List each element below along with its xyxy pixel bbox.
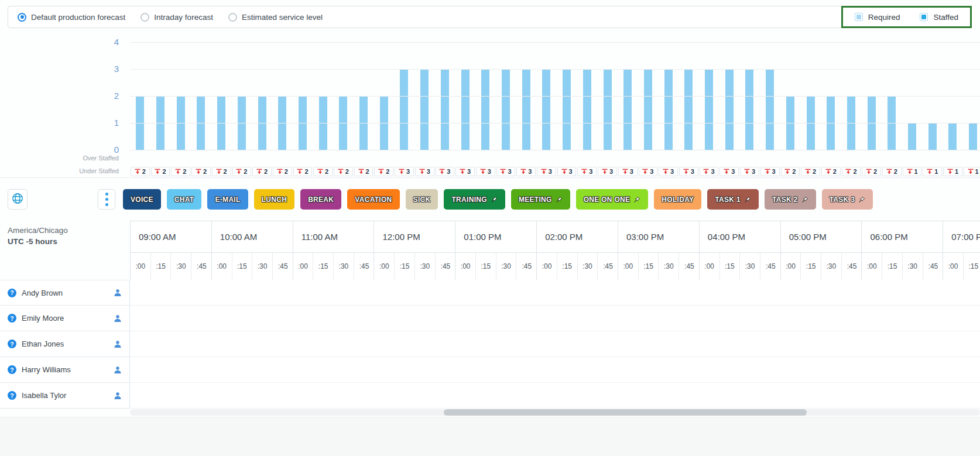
understaffed-count: 3 [447, 168, 450, 175]
quarter-row: :00:15:30:45 [212, 253, 293, 280]
understaffed-marker: 2 [862, 167, 881, 176]
quarter-label: :45 [436, 253, 456, 280]
agent-schedule-track[interactable] [130, 383, 980, 409]
bar-cell [293, 28, 313, 150]
understaffed-count: 3 [609, 168, 613, 175]
agent-cell: ?Harry Williams [0, 357, 130, 383]
activity-button-holiday[interactable]: HOLIDAY [654, 189, 701, 210]
help-icon[interactable]: ? [8, 314, 16, 323]
quarter-label: :45 [760, 253, 781, 280]
help-icon[interactable]: ? [8, 365, 16, 374]
quarter-label: :00 [293, 253, 314, 280]
understaffed-icon [927, 169, 933, 174]
quarter-label: :30 [171, 253, 191, 280]
agent-schedule-track[interactable] [130, 280, 980, 306]
bar-cell [435, 28, 455, 150]
legend-checkbox-required[interactable] [855, 13, 863, 21]
understaffed-icon [541, 169, 547, 174]
gridline [130, 123, 980, 124]
pin-icon [556, 196, 563, 203]
forecast-radio-group: Default production forecastIntraday fore… [8, 13, 323, 22]
horizontal-scrollbar[interactable] [130, 409, 980, 416]
hour-label: 04:00 PM [700, 221, 780, 253]
forecast-radio-estimated-service-level[interactable]: Estimated service level [228, 13, 323, 22]
bar-cell [699, 28, 719, 150]
bar-cell [272, 28, 293, 150]
required-bar [400, 69, 408, 150]
quarter-label: :00 [700, 253, 720, 280]
activity-button-task-1[interactable]: TASK 1 [707, 189, 759, 210]
understaffed-icon [317, 169, 323, 174]
bar-cell [232, 28, 252, 150]
quarter-label: :00 [781, 253, 801, 280]
quarter-label: :15 [151, 253, 172, 280]
agent-schedule-track[interactable] [130, 306, 980, 331]
quarter-label: :30 [496, 253, 517, 280]
bar-cell [679, 28, 699, 150]
activity-button-training[interactable]: TRAINING [444, 189, 505, 210]
understaffed-icon [642, 169, 648, 174]
scrollbar-thumb[interactable] [444, 409, 807, 416]
understaffed-cell: 1 [902, 167, 923, 177]
activity-label: TASK 1 [715, 196, 741, 204]
agent-rows: ?Andy Brown?Emily Moore?Ethan Jones?Harr… [0, 280, 980, 409]
understaffed-marker: 2 [252, 167, 272, 176]
pin-icon [491, 196, 498, 203]
understaffed-row-label: Under Staffed [0, 167, 119, 174]
understaffed-marker: 3 [537, 167, 556, 176]
quarter-row: :00:15:30:45 [700, 253, 780, 280]
understaffed-icon [277, 169, 283, 174]
understaffed-marker: 2 [842, 167, 861, 176]
help-icon[interactable]: ? [8, 340, 16, 348]
understaffed-marker: 3 [760, 167, 780, 176]
help-icon[interactable]: ? [8, 391, 16, 400]
understaffed-icon [175, 169, 181, 174]
activity-button-voice[interactable]: VOICE [123, 189, 161, 210]
activity-button-task-3[interactable]: TASK 3 [822, 189, 873, 210]
checkbox-fill-icon [856, 15, 861, 19]
understaffed-icon [622, 169, 628, 174]
help-icon[interactable]: ? [8, 289, 16, 297]
timezone-info: America/Chicago UTC -5 hours [8, 225, 68, 247]
legend-checkbox-staffed[interactable] [920, 13, 928, 21]
staffing-chart: Over Staffed Under Staffed 2222222222222… [0, 28, 980, 178]
required-bars [130, 28, 980, 150]
agent-row-harry-williams: ?Harry Williams [0, 357, 980, 383]
understaffed-marker: 3 [598, 167, 617, 176]
understaffed-count: 3 [772, 168, 776, 175]
gridline [130, 150, 980, 150]
understaffed-marker: 2 [273, 167, 292, 176]
understaffed-icon [683, 169, 689, 174]
activity-button-chat[interactable]: CHAT [167, 189, 202, 210]
hour-label: 06:00 PM [862, 221, 943, 253]
bar-cell [516, 28, 536, 150]
timezone-globe-button[interactable] [8, 189, 28, 210]
understaffed-icon [561, 169, 567, 174]
agent-schedule-track[interactable] [130, 357, 980, 383]
activity-label: MEETING [519, 196, 552, 204]
understaffed-cell: 2 [252, 167, 272, 177]
forecast-radio-intraday-forecast[interactable]: Intraday forecast [141, 13, 213, 22]
bar-cell [719, 28, 739, 150]
required-bar [725, 69, 734, 150]
activity-button-sick[interactable]: SICK [406, 189, 438, 210]
forecast-radio-default-production-forecast[interactable]: Default production forecast [18, 13, 125, 22]
activity-button-task-2[interactable]: TASK 2 [765, 189, 816, 210]
activity-button-meeting[interactable]: MEETING [511, 189, 570, 210]
activity-button-vacation[interactable]: VACATION [347, 189, 399, 210]
quarter-label: :30 [334, 253, 354, 280]
palette-menu-button[interactable] [98, 189, 115, 210]
quarter-label: :00 [455, 253, 476, 280]
y-axis-tick: 2 [0, 91, 119, 101]
activity-button-break[interactable]: BREAK [300, 189, 341, 210]
dot-icon [105, 203, 108, 206]
understaffed-icon [703, 169, 709, 174]
pin-icon [801, 196, 808, 203]
quarter-label: :30 [740, 253, 760, 280]
agent-schedule-track[interactable] [130, 331, 980, 357]
activity-button-lunch[interactable]: LUNCH [254, 189, 295, 210]
hour-label: 01:00 PM [455, 221, 536, 253]
activity-button-e-mail[interactable]: E-MAIL [207, 189, 248, 210]
page-footer-area [0, 417, 980, 456]
activity-button-one-on-one[interactable]: ONE ON ONE [576, 189, 649, 210]
